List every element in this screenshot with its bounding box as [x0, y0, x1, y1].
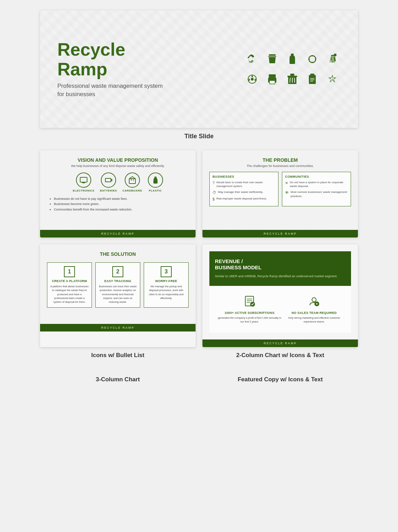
- solution-slide-content: THE SOLUTION 1 CREATE A PLATFORM A platf…: [40, 244, 196, 324]
- plastic-circle: [148, 172, 163, 188]
- solution-columns: 1 CREATE A PLATFORM A platform that allo…: [47, 262, 189, 308]
- batteries-circle: [101, 172, 116, 188]
- vision-subtitle: We help businesses of any kind dispose w…: [47, 164, 189, 168]
- svg-rect-1: [268, 56, 276, 57]
- revenue-stat-title-1: 1000+ ACTIVE SUBSCRIPTIONS: [225, 311, 275, 315]
- main-title: Recycle Ramp: [57, 40, 175, 79]
- vision-icon-electronics: ELECTRONICS: [73, 172, 94, 192]
- icon-star-recycle: ♻: [324, 71, 341, 87]
- solution-title-3: WORRY-FREE: [155, 279, 177, 283]
- community-icon-1: ✕: [285, 181, 288, 185]
- bullet-1: Businesses do not have to pay significan…: [54, 196, 189, 202]
- svg-point-6: [309, 56, 316, 63]
- vision-icons-row: ELECTRONICS BATTERIES CARDBOARD: [47, 172, 189, 192]
- plastic-label: PLASTIC: [149, 189, 162, 192]
- svg-rect-5: [291, 54, 294, 56]
- svg-rect-23: [309, 75, 316, 84]
- revenue-stat-icon-2: [308, 295, 320, 310]
- solution-num-1: 1: [64, 266, 75, 277]
- solution-title-2: EASY TRACKING: [104, 279, 131, 283]
- community-item-2: 👁 Must oversee businesses' waste managem…: [285, 190, 348, 198]
- problem-icon-1: ?: [212, 181, 215, 185]
- revenue-stats-row: 1000+ ACTIVE SUBSCRIPTIONS generated the…: [215, 291, 345, 327]
- problem-subtitle: The challenges for businesses and commun…: [209, 164, 351, 168]
- svg-rect-30: [80, 177, 87, 182]
- revenue-left-text: Similar to UBER and AIRBNB, Recycle Ramp…: [215, 274, 345, 279]
- problem-slide-card: THE PROBLEM The challenges for businesse…: [202, 150, 358, 237]
- main-subtitle: Professional waste management system for…: [57, 82, 175, 99]
- title-slide-label: Title Slide: [184, 133, 214, 140]
- problem-col-communities: COMMUNITIES ✕ Do not have a system in pl…: [282, 172, 351, 206]
- vision-icon-plastic: PLASTIC: [148, 172, 163, 192]
- revenue-stat-1: 1000+ ACTIVE SUBSCRIPTIONS generated the…: [218, 295, 282, 324]
- community-icon-2: 👁: [285, 190, 289, 195]
- svg-rect-33: [105, 178, 111, 182]
- svg-rect-9: [331, 55, 335, 56]
- revenue-stat-icon-1: [243, 295, 256, 310]
- title-icons-grid: ♻: [244, 51, 341, 87]
- slides-grid: VISION AND VALUE PROPOSITION We help bus…: [40, 150, 358, 347]
- revenue-stat-title-2: NO SALES TEAM REQUIRED: [292, 311, 337, 315]
- svg-rect-14: [269, 81, 275, 84]
- solution-col-1: 1 CREATE A PLATFORM A platform that allo…: [47, 262, 92, 308]
- slide5-label: Featured Copy w/ Icons & Text: [202, 373, 358, 390]
- icon-clipboard: [304, 71, 321, 87]
- slide3-label: 2-Column Chart w/ Icons & Text: [202, 348, 358, 366]
- icon-recycle-hand: [244, 51, 260, 67]
- problem-text-3: Risk improper waste disposal (and fines)…: [216, 197, 267, 200]
- batteries-label: BATTERIES: [100, 189, 117, 192]
- problem-col-businesses: BUSINESSES ? Would have to create their …: [209, 172, 278, 206]
- problem-icon-2: ⏱: [212, 190, 216, 195]
- revenue-left-section: REVENUE / BUSINESS MODEL Similar to UBER…: [209, 251, 351, 286]
- svg-point-16: [275, 78, 276, 80]
- businesses-col-title: BUSINESSES: [212, 175, 275, 178]
- svg-rect-0: [269, 54, 276, 56]
- problem-item-3: $ Risk improper waste disposal (and fine…: [212, 197, 275, 201]
- problem-item-1: ? Would have to create their own waste-m…: [212, 180, 275, 188]
- svg-rect-34: [129, 179, 135, 184]
- vision-footer: RECYCLE RAMP: [40, 230, 196, 237]
- problem-columns: BUSINESSES ? Would have to create their …: [209, 172, 351, 206]
- svg-line-2: [271, 58, 271, 63]
- solution-text-2: Businesses can track their waste product…: [98, 284, 137, 304]
- revenue-slide-content: REVENUE / BUSINESS MODEL Similar to UBER…: [202, 244, 358, 339]
- electronics-label: ELECTRONICS: [73, 189, 94, 192]
- svg-rect-19: [290, 74, 294, 76]
- svg-rect-15: [269, 79, 271, 80]
- svg-point-43: [312, 298, 316, 302]
- electronics-circle: [76, 172, 91, 188]
- svg-point-10: [251, 78, 254, 81]
- icon-trash-bin: [264, 51, 281, 67]
- svg-rect-37: [154, 177, 157, 178]
- problem-footer: RECYCLE RAMP: [202, 230, 358, 237]
- solution-col-2: 2 EASY TRACKING Businesses can track the…: [95, 262, 140, 308]
- icon-recycle-arrows: [304, 51, 321, 67]
- slide2-label: Icons w/ Bullet List: [40, 348, 196, 366]
- problem-slide-content: THE PROBLEM The challenges for businesse…: [202, 150, 358, 230]
- solution-title-1: CREATE A PLATFORM: [52, 279, 87, 283]
- vision-icon-cardboard: CARDBOARD: [123, 172, 142, 192]
- vision-slide-card: VISION AND VALUE PROPOSITION We help bus…: [40, 150, 196, 237]
- community-item-1: ✕ Do not have a system in place for corp…: [285, 180, 348, 188]
- community-text-2: Must oversee businesses' waste managemen…: [291, 190, 348, 198]
- icon-waste-bin2: [284, 71, 301, 87]
- svg-line-4: [274, 58, 274, 63]
- bullet-2: Businesses become more green.: [54, 202, 189, 207]
- solution-col-3: 3 WORRY-FREE We manage the pickup and di…: [144, 262, 189, 308]
- icon-printer: [264, 71, 281, 87]
- revenue-stat-text-1: generated the company a profit of $317,0…: [218, 316, 282, 324]
- solution-text-1: A platform that allows businesses to cat…: [50, 284, 89, 304]
- svg-text:♻: ♻: [331, 78, 334, 81]
- revenue-stat-text-2: Only strong marketing and effective cust…: [286, 316, 343, 324]
- icon-bottle: [284, 51, 301, 67]
- cardboard-circle: [125, 172, 140, 188]
- communities-col-title: COMMUNITIES: [285, 175, 348, 178]
- vision-title: VISION AND VALUE PROPOSITION: [47, 157, 189, 163]
- revenue-slide-card: REVENUE / BUSINESS MODEL Similar to UBER…: [202, 244, 358, 347]
- problem-title: THE PROBLEM: [209, 157, 351, 163]
- solution-num-3: 3: [161, 266, 172, 277]
- vision-icon-batteries: BATTERIES: [100, 172, 117, 192]
- svg-line-22: [294, 78, 295, 83]
- cardboard-label: CARDBOARD: [123, 189, 142, 192]
- title-slide: Recycle Ramp Professional waste manageme…: [40, 10, 358, 128]
